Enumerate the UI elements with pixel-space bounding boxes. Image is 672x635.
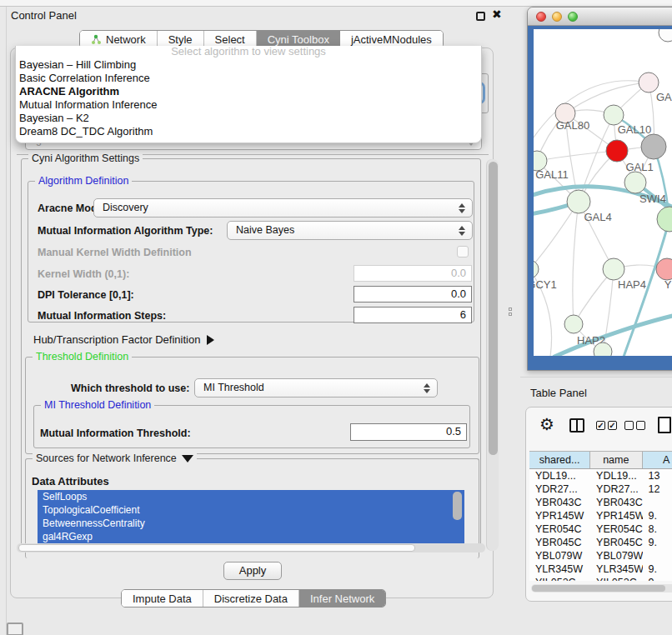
column-header-third[interactable]: A xyxy=(643,452,672,468)
which-threshold-combobox[interactable]: MI Threshold xyxy=(194,378,438,398)
algorithm-option[interactable]: Bayesian – Hill Climbing xyxy=(16,58,481,72)
settings-horizontal-scrollbar[interactable] xyxy=(17,543,485,552)
network-view-window[interactable]: GALGAL80GAL10GAL1GAL11SWI4GAL4GCY1HAP4YH… xyxy=(527,7,672,371)
network-canvas[interactable]: GALGAL80GAL10GAL1GAL11SWI4GAL4GCY1HAP4YH… xyxy=(534,29,672,356)
threshold-definition-title: Threshold Definition xyxy=(33,351,132,362)
attributes-scrollbar-thumb[interactable] xyxy=(453,492,462,520)
hub-definition-label: Hub/Transcription Factor Definition xyxy=(33,333,200,346)
table-row[interactable]: YIL052CYIL052C9 xyxy=(529,576,672,581)
network-node[interactable] xyxy=(639,72,659,92)
algorithm-option[interactable]: Bayesian – K2 xyxy=(16,112,481,125)
table-cell: YPR145W xyxy=(529,509,590,522)
network-node[interactable] xyxy=(657,207,672,232)
network-node[interactable] xyxy=(656,258,672,280)
column-header-shared-name[interactable]: shared... xyxy=(529,452,590,468)
table-row[interactable]: YLR345WYLR345W9. xyxy=(529,562,672,576)
hscroll-thumb[interactable] xyxy=(18,544,415,552)
table-row[interactable]: YBR043CYBR043C xyxy=(529,496,672,509)
aracne-mode-combobox[interactable]: Discovery xyxy=(93,198,473,218)
algorithm-option[interactable]: Dream8 DC_TDC Algorithm xyxy=(16,125,481,138)
table-row[interactable]: YBR045CYBR045C9. xyxy=(529,536,672,549)
data-attribute-item[interactable]: BetweennessCentrality xyxy=(38,517,464,530)
table-panel-separator xyxy=(520,377,672,378)
table-cell: YIL052C xyxy=(529,576,590,581)
expander-expanded-icon xyxy=(182,455,193,462)
table-hscroll-thumb[interactable] xyxy=(532,585,665,592)
manual-kernel-checkbox[interactable] xyxy=(457,246,469,258)
expander-collapsed-icon xyxy=(207,335,214,345)
kernel-width-field[interactable]: 0.0 xyxy=(354,265,472,282)
which-threshold-value: MI Threshold xyxy=(203,382,264,393)
network-node[interactable] xyxy=(624,172,646,193)
network-edge[interactable] xyxy=(573,202,579,324)
mi-type-combobox[interactable]: Naive Bayes xyxy=(227,221,473,240)
close-panel-icon[interactable]: ✖ xyxy=(492,8,502,21)
network-node[interactable] xyxy=(567,190,590,213)
restore-panel-icon[interactable] xyxy=(7,622,23,635)
mi-threshold-field[interactable]: 0.5 xyxy=(350,423,467,441)
panel-divider-handle[interactable] xyxy=(509,308,513,317)
data-attributes-list[interactable]: SelfLoopsTopologicalCoefficientBetweenne… xyxy=(38,490,464,543)
split-columns-icon[interactable] xyxy=(569,418,584,432)
table-row[interactable]: YPR145WYPR145W9. xyxy=(529,509,672,522)
tab-jactivemnodules[interactable]: jActiveMNodules xyxy=(340,31,443,48)
close-window-icon[interactable] xyxy=(536,12,546,22)
hub-definition-expander[interactable]: Hub/Transcription Factor Definition xyxy=(33,333,214,346)
tab-infer-network[interactable]: Infer Network xyxy=(299,590,385,607)
table-cell: YBR045C xyxy=(529,536,590,549)
network-node[interactable] xyxy=(603,258,624,280)
network-node-label: SWI4 xyxy=(639,192,666,205)
network-node[interactable] xyxy=(606,140,628,162)
table-row[interactable]: YDR27...YDR27...12 xyxy=(529,482,672,496)
table-cell: YPR145W xyxy=(590,509,642,522)
tab-impute-data[interactable]: Impute Data xyxy=(122,590,203,607)
table-cell: YBR043C xyxy=(590,496,642,509)
network-edge[interactable] xyxy=(534,81,649,150)
network-node[interactable] xyxy=(564,315,583,333)
column-header-name[interactable]: name xyxy=(590,452,642,468)
network-node-label: GAL80 xyxy=(556,119,589,132)
algorithm-option[interactable]: Basic Correlation Inference xyxy=(16,72,481,85)
data-attribute-item[interactable]: gal4RGexp xyxy=(38,530,464,543)
table-cell: YLR345W xyxy=(590,562,642,576)
data-attribute-item[interactable]: SelfLoops xyxy=(38,490,464,503)
data-attribute-item[interactable]: TopologicalCoefficient xyxy=(38,503,464,517)
network-view-frame: GALGAL80GAL10GAL1GAL11SWI4GAL4GCY1HAP4YH… xyxy=(528,26,672,370)
minimize-window-icon[interactable] xyxy=(552,12,562,22)
float-panel-icon[interactable] xyxy=(476,12,485,21)
page-icon[interactable] xyxy=(658,417,671,433)
tab-discretize-data[interactable]: Discretize Data xyxy=(203,590,299,607)
dpi-tolerance-field[interactable]: 0.0 xyxy=(354,286,472,302)
unchecked-pair-icon[interactable] xyxy=(624,421,645,430)
settings-vertical-scrollbar[interactable] xyxy=(486,159,499,551)
network-node-label: GAL xyxy=(656,91,672,103)
node-table: shared... name A YDL19...YDL19...13YDR27… xyxy=(529,451,672,581)
data-attributes-label: Data Attributes xyxy=(32,475,109,488)
tab-network[interactable]: Network xyxy=(80,31,158,48)
vscroll-thumb[interactable] xyxy=(489,162,498,455)
network-node[interactable] xyxy=(659,29,672,42)
table-row[interactable]: YDL19...YDL19...13 xyxy=(529,469,672,482)
checked-pair-icon[interactable]: ✓✓ xyxy=(596,421,617,430)
table-row[interactable]: YBL079WYBL079W xyxy=(529,549,672,562)
table-horizontal-scrollbar[interactable] xyxy=(531,584,672,592)
zoom-window-icon[interactable] xyxy=(568,12,578,22)
sources-group-title[interactable]: Sources for Network Inference xyxy=(33,452,197,464)
table-cell: YDL19... xyxy=(590,469,642,482)
network-edge[interactable] xyxy=(537,151,617,161)
table-header-row: shared... name A xyxy=(529,451,672,469)
algorithm-option[interactable]: ARACNE Algorithm xyxy=(16,85,481,98)
network-window-titlebar[interactable] xyxy=(528,8,672,26)
which-threshold-label: Which threshold to use: xyxy=(71,382,189,394)
table-cell: YIL052C xyxy=(590,576,642,581)
mi-steps-field[interactable]: 6 xyxy=(354,307,472,323)
network-node[interactable] xyxy=(604,105,624,125)
apply-button[interactable]: Apply xyxy=(223,562,282,580)
network-node[interactable] xyxy=(534,260,539,278)
tab-label: Infer Network xyxy=(310,592,374,605)
algorithm-option[interactable]: Mutual Information Inference xyxy=(16,98,481,112)
table-cell: 9. xyxy=(643,536,672,549)
gear-icon[interactable]: ⚙ xyxy=(539,414,554,434)
network-node[interactable] xyxy=(641,134,666,159)
table-row[interactable]: YER054CYER054C8. xyxy=(529,522,672,536)
